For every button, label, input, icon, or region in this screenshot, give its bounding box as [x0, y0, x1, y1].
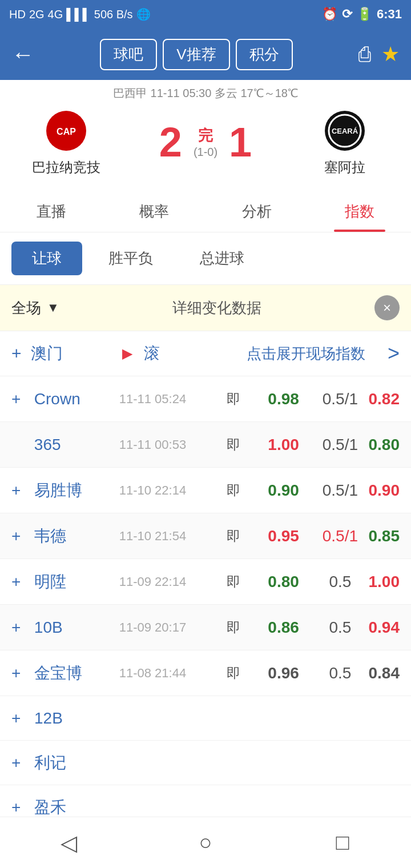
- odds-row: + 易胜博 11-10 22:14 即 0.90 0.5/1 0.90: [0, 468, 411, 513]
- nav-back-button[interactable]: ◁: [46, 820, 91, 866]
- nav-btn-qiuba[interactable]: 球吧: [100, 39, 157, 70]
- signal-bars: ▌▌▌: [66, 8, 91, 21]
- row-ji-1: 即: [227, 436, 255, 454]
- row-ji-0: 即: [227, 390, 255, 408]
- row-time-2: 11-10 22:14: [119, 483, 227, 498]
- row-name-4[interactable]: 明陞: [34, 571, 119, 593]
- score-row: 2 完 (1-0) 1: [159, 122, 252, 163]
- empty-row-plus-2[interactable]: +: [11, 798, 25, 817]
- sub-tab-win-draw-loss[interactable]: 胜平负: [88, 242, 174, 275]
- team-home-name: 巴拉纳竞技: [32, 158, 100, 176]
- empty-row-plus-0[interactable]: +: [11, 709, 25, 728]
- sub-tabs: 让球 胜平负 总进球: [0, 232, 411, 285]
- row-name-2[interactable]: 易胜博: [34, 480, 119, 501]
- team-away-logo: CEARÁ: [322, 108, 368, 154]
- row-plus-5[interactable]: +: [11, 618, 25, 637]
- empty-row-plus-1[interactable]: +: [11, 754, 25, 772]
- row-val2-2: 0.5/1: [312, 481, 368, 500]
- match-score-area: 2 完 (1-0) 1: [112, 122, 299, 163]
- team-away-name: 塞阿拉: [324, 158, 365, 176]
- row-val2-1: 0.5/1: [312, 436, 368, 454]
- match-teams: CAP 巴拉纳竞技 2 完 (1-0) 1 CEARÁ: [9, 108, 402, 176]
- empty-row-name-2[interactable]: 盈禾: [34, 797, 120, 818]
- hd-label: HD: [9, 8, 26, 21]
- star-icon[interactable]: ★: [381, 42, 400, 66]
- tab-probability[interactable]: 概率: [103, 188, 206, 232]
- row-val3-1: 0.80: [369, 436, 400, 454]
- odds-row: + 金宝博 11-08 21:44 即 0.96 0.5 0.84: [0, 650, 411, 696]
- top-nav: ← 球吧 V推荐 积分 ⎙ ★: [0, 29, 411, 80]
- share-icon[interactable]: ⎙: [358, 42, 371, 66]
- odds-row: + 明陞 11-09 22:14 即 0.80 0.5 1.00: [0, 559, 411, 605]
- macau-expand-text[interactable]: 点击展开现场指数: [225, 344, 388, 364]
- row-plus-4[interactable]: +: [11, 573, 25, 591]
- row-time-1: 11-11 00:53: [119, 437, 227, 452]
- tab-live[interactable]: 直播: [0, 188, 103, 232]
- row-val1-3: 0.95: [255, 527, 312, 545]
- odds-row: 365 11-11 00:53 即 1.00 0.5/1 0.80: [0, 422, 411, 468]
- row-time-4: 11-09 22:14: [119, 574, 227, 589]
- nav-btn-recommend[interactable]: V推荐: [163, 39, 229, 70]
- sub-tab-handicap[interactable]: 让球: [11, 242, 82, 275]
- alarm-icon: ⏰: [322, 7, 337, 22]
- filter-scope[interactable]: 全场 ▼: [11, 298, 59, 318]
- nav-icons: ⎙ ★: [358, 42, 400, 66]
- row-plus-3[interactable]: +: [11, 527, 25, 545]
- rotation-icon: ⟳: [342, 7, 352, 22]
- row-time-0: 11-11 05:24: [119, 392, 227, 407]
- row-plus-6[interactable]: +: [11, 664, 25, 682]
- signal-4g: 4G: [48, 8, 63, 21]
- nav-recent-button[interactable]: □: [320, 820, 365, 866]
- row-val3-4: 1.00: [369, 573, 400, 591]
- scope-label: 全场: [11, 298, 41, 318]
- row-ji-2: 即: [227, 481, 255, 500]
- filter-close-button[interactable]: ×: [374, 295, 400, 320]
- wifi-icon: 🌐: [136, 7, 151, 21]
- empty-row-name-1[interactable]: 利记: [34, 752, 120, 774]
- score-away: 1: [229, 122, 252, 163]
- row-val2-0: 0.5/1: [312, 390, 368, 408]
- sub-tab-total-goals[interactable]: 总进球: [179, 242, 265, 275]
- tab-index[interactable]: 指数: [308, 188, 411, 232]
- row-name-6[interactable]: 金宝博: [34, 662, 119, 684]
- odds-row: + Crown 11-11 05:24 即 0.98 0.5/1 0.82: [0, 376, 411, 422]
- row-ji-3: 即: [227, 527, 255, 545]
- macau-plus-button[interactable]: +: [11, 344, 22, 363]
- row-val3-5: 0.94: [369, 618, 400, 637]
- status-left: HD 2G 4G ▌▌▌ 506 B/s 🌐: [9, 7, 151, 21]
- row-name-1[interactable]: 365: [34, 436, 119, 454]
- clock-time: 6:31: [377, 7, 402, 22]
- svg-text:CAP: CAP: [57, 127, 76, 136]
- row-val2-6: 0.5: [312, 664, 368, 682]
- filter-detail: 详细变化数据: [172, 298, 261, 318]
- row-name-5[interactable]: 10B: [34, 618, 119, 637]
- match-weather: 巴西甲 11-11 05:30 多云 17℃～18℃: [9, 86, 402, 101]
- match-header: 巴西甲 11-11 05:30 多云 17℃～18℃ CAP 巴拉纳竞技 2 完…: [0, 80, 411, 188]
- row-val1-0: 0.98: [255, 390, 312, 408]
- status-bar: HD 2G 4G ▌▌▌ 506 B/s 🌐 ⏰ ⟳ 🔋 6:31: [0, 0, 411, 29]
- tab-analysis[interactable]: 分析: [206, 188, 308, 232]
- row-time-6: 11-08 21:44: [119, 666, 227, 681]
- macau-arrow-icon: ▶: [122, 345, 132, 361]
- empty-row-name-0[interactable]: 12B: [34, 709, 120, 728]
- row-plus-2[interactable]: +: [11, 481, 25, 500]
- tabs-row: 直播 概率 分析 指数: [0, 188, 411, 232]
- row-name-0[interactable]: Crown: [34, 390, 119, 408]
- odds-row: + 韦德 11-10 21:54 即 0.95 0.5/1 0.85: [0, 513, 411, 559]
- row-val2-4: 0.5: [312, 573, 368, 591]
- row-val1-2: 0.90: [255, 481, 312, 500]
- row-ji-4: 即: [227, 573, 255, 591]
- nav-home-button[interactable]: ○: [183, 820, 228, 866]
- row-val2-5: 0.5: [312, 618, 368, 637]
- team-away: CEARÁ 塞阿拉: [299, 108, 390, 176]
- back-button[interactable]: ←: [11, 42, 34, 67]
- row-ji-5: 即: [227, 618, 255, 637]
- row-plus-0[interactable]: +: [11, 390, 25, 408]
- data-rate: 506 B/s: [94, 8, 133, 21]
- row-name-3[interactable]: 韦德: [34, 525, 119, 547]
- row-val3-0: 0.82: [369, 390, 400, 408]
- macau-expand-icon[interactable]: >: [388, 341, 400, 365]
- nav-btn-score[interactable]: 积分: [236, 39, 293, 70]
- bottom-nav: ◁ ○ □: [0, 817, 411, 868]
- score-status: 完 (1-0): [194, 126, 217, 159]
